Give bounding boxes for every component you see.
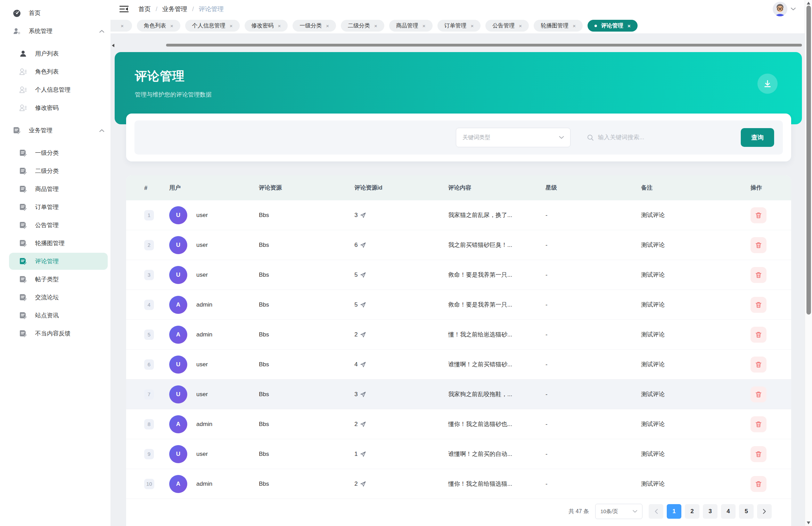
sidebar-item-comments[interactable]: 评论管理 — [9, 253, 108, 270]
sidebar-item-forum[interactable]: 交流论坛 — [9, 289, 108, 306]
remark-cell: 测试评论 — [641, 420, 751, 428]
menu-fold-icon[interactable] — [120, 5, 129, 13]
next-page-button[interactable] — [757, 504, 772, 519]
sidebar-item-products[interactable]: 商品管理 — [9, 181, 108, 198]
search-input[interactable] — [598, 134, 716, 141]
page-button-2[interactable]: 2 — [685, 504, 699, 519]
send-icon — [360, 481, 366, 487]
close-icon[interactable]: × — [573, 23, 576, 29]
page-button-1[interactable]: 1 — [667, 504, 681, 519]
document-edit-icon — [19, 311, 27, 320]
tab-carousel[interactable]: 轮播图管理 × — [534, 20, 583, 32]
sidebar-item-label: 订单管理 — [35, 203, 59, 211]
prev-page-button[interactable] — [649, 504, 663, 519]
tab-change-password[interactable]: 修改密码 × — [245, 20, 288, 32]
sidebar-item-category-2[interactable]: 二级分类 — [9, 162, 108, 179]
delete-button[interactable] — [751, 476, 766, 492]
delete-button[interactable] — [751, 297, 766, 313]
sidebar-item-carousel[interactable]: 轮播图管理 — [9, 235, 108, 252]
breadcrumb-home[interactable]: 首页 — [138, 5, 151, 13]
close-icon[interactable]: × — [121, 23, 124, 29]
trash-icon — [755, 331, 762, 339]
resource-cell: Bbs — [259, 331, 354, 338]
sidebar-item-category-1[interactable]: 一级分类 — [9, 144, 108, 161]
sidebar-item-user-list[interactable]: 用户列表 — [9, 45, 108, 62]
col-actions: 操作 — [751, 184, 791, 192]
delete-button[interactable] — [751, 446, 766, 462]
page-size-select[interactable]: 10条/页 — [595, 504, 642, 519]
remark-cell: 测试评论 — [641, 360, 751, 368]
resource-cell: Bbs — [259, 481, 354, 487]
delete-button[interactable] — [751, 386, 766, 402]
close-icon[interactable]: × — [423, 23, 426, 29]
sidebar-item-role-list[interactable]: 角色列表 — [9, 63, 108, 80]
hscrollbar-left-arrow[interactable] — [112, 44, 114, 47]
breadcrumb-business[interactable]: 业务管理 — [162, 5, 187, 13]
sidebar-item-announcements[interactable]: 公告管理 — [9, 217, 108, 234]
close-icon[interactable]: × — [278, 23, 281, 29]
delete-button[interactable] — [751, 327, 766, 343]
tab-role-list[interactable]: 角色列表 × — [137, 20, 180, 32]
download-icon — [763, 79, 772, 88]
sidebar-item-content-feedback[interactable]: 不当内容反馈 — [9, 325, 108, 342]
keyword-type-select[interactable]: 关键词类型 — [456, 128, 571, 147]
close-icon[interactable]: × — [374, 23, 377, 29]
tab-profile[interactable]: 个人信息管理 × — [185, 20, 240, 32]
sidebar-item-site-news[interactable]: 站点资讯 — [9, 307, 108, 324]
user-name: admin — [196, 481, 212, 487]
resource-cell: Bbs — [259, 272, 354, 278]
trash-icon — [755, 241, 762, 249]
close-icon[interactable]: × — [471, 23, 474, 29]
scroll-down-arrow[interactable] — [807, 521, 810, 524]
sidebar-group-label: 系统管理 — [29, 27, 52, 35]
document-edit-icon — [13, 126, 21, 135]
sidebar-item-home[interactable]: 首页 — [9, 5, 108, 22]
sidebar-item-label: 修改密码 — [35, 104, 59, 112]
sidebar-item-orders[interactable]: 订单管理 — [9, 199, 108, 216]
comment-content-cell: 我之前买错猫砂巨臭！... — [448, 241, 546, 249]
tab-category-2[interactable]: 二级分类 × — [341, 20, 384, 32]
user-menu[interactable] — [773, 2, 796, 16]
sidebar-item-label: 帖子类型 — [35, 275, 59, 283]
document-edit-icon — [19, 185, 27, 193]
sidebar-group-business[interactable]: 业务管理 — [9, 122, 108, 139]
tab-products[interactable]: 商品管理 × — [389, 20, 433, 32]
tab-comments-active[interactable]: 评论管理 × — [588, 20, 638, 32]
close-icon[interactable]: × — [628, 23, 631, 29]
resource-cell: Bbs — [259, 391, 354, 398]
close-icon[interactable]: × — [170, 23, 173, 29]
sidebar-item-label: 个人信息管理 — [35, 86, 71, 94]
delete-button[interactable] — [751, 237, 766, 253]
delete-button[interactable] — [751, 357, 766, 373]
sidebar-item-profile[interactable]: 个人信息管理 — [9, 81, 108, 98]
delete-button[interactable] — [751, 267, 766, 283]
sidebar-item-post-types[interactable]: 帖子类型 — [9, 271, 108, 288]
vertical-scrollbar-track[interactable] — [805, 0, 812, 526]
row-index: 4 — [144, 300, 154, 310]
avatar[interactable] — [773, 2, 787, 16]
document-edit-icon — [19, 275, 27, 284]
sidebar-item-label: 公告管理 — [35, 221, 59, 229]
tab-announcements[interactable]: 公告管理 × — [485, 20, 529, 32]
user-avatar: U — [169, 206, 187, 224]
vertical-scrollbar-thumb[interactable] — [806, 6, 811, 315]
page-button-4[interactable]: 4 — [721, 504, 736, 519]
sidebar-group-system[interactable]: 系统管理 — [9, 23, 108, 40]
tab-orders[interactable]: 订单管理 × — [437, 20, 481, 32]
sidebar-item-change-password[interactable]: 修改密码 — [9, 99, 108, 116]
sidebar-item-label: 二级分类 — [35, 167, 59, 175]
close-icon[interactable]: × — [519, 23, 522, 29]
close-icon[interactable]: × — [326, 23, 329, 29]
document-edit-icon — [19, 239, 27, 248]
page-button-3[interactable]: 3 — [703, 504, 717, 519]
close-icon[interactable]: × — [230, 23, 233, 29]
query-button[interactable]: 查询 — [741, 128, 774, 147]
tab-partial[interactable]: × — [110, 20, 132, 32]
tab-category-1[interactable]: 一级分类 × — [293, 20, 336, 32]
horizontal-scrollbar[interactable] — [166, 44, 802, 47]
download-button[interactable] — [757, 74, 778, 94]
page-button-5[interactable]: 5 — [739, 504, 754, 519]
delete-button[interactable] — [751, 207, 766, 223]
delete-button[interactable] — [751, 416, 766, 432]
scroll-up-arrow[interactable] — [807, 2, 810, 5]
